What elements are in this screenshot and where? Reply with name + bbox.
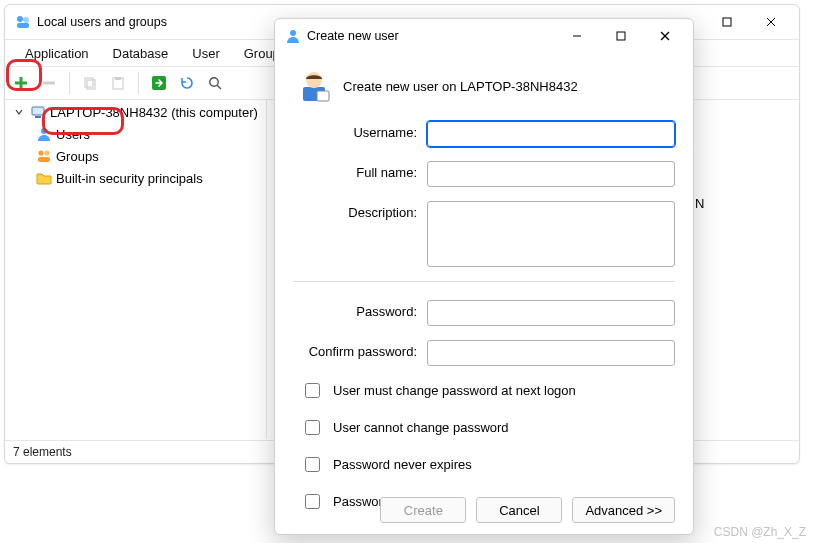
confirm-password-label: Confirm password: [293,340,427,359]
checkbox-must-change[interactable]: User must change password at next logon [301,380,675,401]
svg-rect-4 [723,18,731,26]
toolbar-copy-button[interactable] [78,71,102,95]
svg-point-0 [17,16,23,22]
svg-line-16 [217,85,221,89]
dialog-title: Create new user [307,29,399,43]
dialog-titlebar: Create new user [275,19,693,53]
description-label: Description: [293,201,427,220]
dialog-minimize-button[interactable] [555,21,599,51]
toolbar-search-button[interactable] [203,71,227,95]
dialog-close-button[interactable] [643,21,687,51]
toolbar-separator [138,72,139,94]
toolbar-remove-button[interactable] [37,71,61,95]
user-icon [36,126,52,142]
svg-rect-2 [17,23,29,28]
cancel-button[interactable]: Cancel [476,497,562,523]
svg-rect-30 [317,91,329,101]
svg-point-23 [290,30,296,36]
arrow-right-box-icon [151,75,167,91]
svg-rect-13 [115,77,121,80]
checkbox-label: User cannot change password [333,420,509,435]
chevron-down-icon[interactable] [12,107,26,117]
advanced-button[interactable]: Advanced >> [572,497,675,523]
svg-point-20 [38,150,43,155]
copy-icon [82,75,98,91]
svg-rect-18 [35,116,41,118]
app-icon [15,14,31,30]
user-icon [285,28,301,44]
dialog-header-text: Create new user on LAPTOP-38NH8432 [343,79,578,94]
password-label: Password: [293,300,427,319]
svg-rect-9 [43,82,55,85]
checkbox-never-expires[interactable]: Password never expires [301,454,675,475]
create-user-dialog: Create new user Create new user on LAPTO… [274,18,694,535]
obscured-text: N [695,196,704,211]
window-title: Local users and groups [37,15,167,29]
plus-icon [13,75,29,91]
divider [293,281,675,282]
watermark: CSDN @Zh_X_Z [714,525,806,539]
toolbar-add-button[interactable] [9,71,33,95]
svg-rect-11 [87,80,95,89]
checkbox-input[interactable] [305,457,320,472]
dialog-footer: Create Cancel Advanced >> [275,486,693,534]
search-icon [207,75,223,91]
fullname-label: Full name: [293,161,427,180]
create-button[interactable]: Create [380,497,466,523]
toolbar-go-button[interactable] [147,71,171,95]
svg-rect-25 [617,32,625,40]
tree-view[interactable]: LAPTOP-38NH8432 (this computer) Users Gr… [6,99,267,439]
menu-database[interactable]: Database [101,40,181,66]
username-input[interactable] [427,121,675,147]
paste-icon [110,75,126,91]
svg-point-19 [41,128,47,134]
menu-application[interactable]: Application [13,40,101,66]
svg-rect-17 [32,107,44,115]
toolbar-separator [69,72,70,94]
tree-root-label: LAPTOP-38NH8432 (this computer) [50,105,258,120]
checkbox-cannot-change[interactable]: User cannot change password [301,417,675,438]
tree-item-label: Groups [56,149,99,164]
password-input[interactable] [427,300,675,326]
svg-point-29 [306,72,322,88]
checkbox-input[interactable] [305,420,320,435]
computer-icon [30,104,46,120]
username-label: Username: [293,121,427,140]
tree-item-label: Built-in security principals [56,171,203,186]
toolbar-paste-button[interactable] [106,71,130,95]
svg-point-21 [44,150,49,155]
svg-point-15 [210,78,218,86]
menu-user[interactable]: User [180,40,231,66]
checkbox-label: User must change password at next logon [333,383,576,398]
description-input[interactable] [427,201,675,267]
svg-point-1 [23,17,29,23]
close-button[interactable] [749,7,793,37]
dialog-maximize-button[interactable] [599,21,643,51]
fullname-input[interactable] [427,161,675,187]
toolbar-refresh-button[interactable] [175,71,199,95]
group-icon [36,148,52,164]
checkbox-input[interactable] [305,383,320,398]
checkbox-label: Password never expires [333,457,472,472]
folder-icon [36,170,52,186]
tree-item-label: Users [56,127,90,142]
refresh-icon [179,75,195,91]
tree-item-builtin[interactable]: Built-in security principals [6,167,266,189]
svg-rect-8 [15,82,27,85]
svg-rect-22 [38,157,50,162]
confirm-password-input[interactable] [427,340,675,366]
status-text: 7 elements [13,445,72,459]
tree-item-users[interactable]: Users [6,123,266,145]
minus-icon [41,75,57,91]
maximize-button[interactable] [705,7,749,37]
tree-item-groups[interactable]: Groups [6,145,266,167]
user-large-icon [297,69,331,103]
tree-root[interactable]: LAPTOP-38NH8432 (this computer) [6,101,266,123]
svg-rect-10 [85,78,93,87]
